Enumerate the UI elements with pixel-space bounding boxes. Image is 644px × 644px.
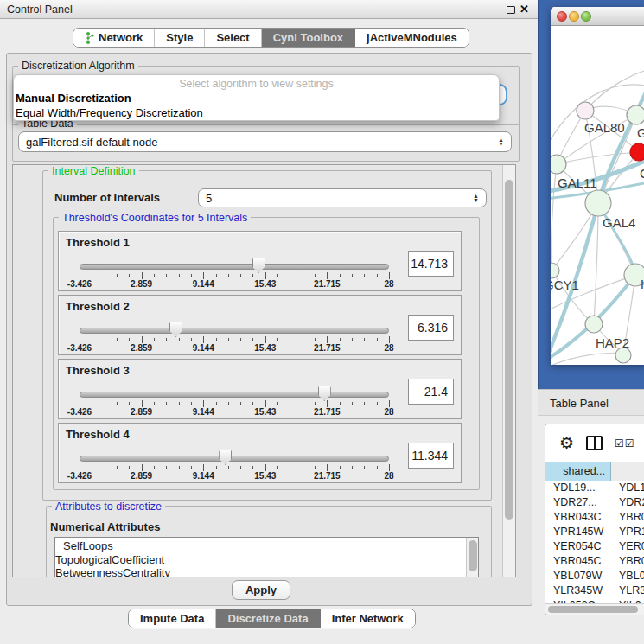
table-cell[interactable]: YER054C <box>545 540 611 555</box>
table-cell[interactable]: YDR2 <box>611 496 644 511</box>
column-header-name[interactable]: na <box>611 462 644 481</box>
close-icon[interactable]: ✕ <box>520 3 529 16</box>
gear-icon[interactable]: ⚙ <box>559 435 574 451</box>
select-columns-checkboxes-icon[interactable]: ☑☑ <box>615 437 635 450</box>
table-horizontal-scrollbar[interactable] <box>545 603 644 615</box>
algorithm-dropdown-popup: Select algorithm to view settings Manual… <box>13 74 500 121</box>
table-panel-titlebar[interactable]: Table Panel <box>538 389 644 416</box>
columns-icon[interactable] <box>586 436 603 450</box>
settings-scrollbar[interactable] <box>502 165 515 577</box>
network-canvas[interactable]: GAL80 GA GAL11 C GAL4 GCY1 H HAP2 <box>551 26 644 365</box>
table-cell[interactable]: YBL079W <box>545 570 611 584</box>
table-cell[interactable]: YBR043C <box>545 511 611 526</box>
table-row[interactable]: YBR043CYBR0 <box>545 511 644 526</box>
threshold-2-slider-thumb[interactable] <box>169 322 182 337</box>
tab-jactivemnodules[interactable]: jActiveMNodules <box>355 29 469 47</box>
tab-discretize-data[interactable]: Discretize Data <box>216 609 320 628</box>
list-item[interactable]: BetweennessCentrality <box>55 566 478 577</box>
table-panel-title: Table Panel <box>550 397 609 410</box>
table-row[interactable]: YDL19...YDL1 <box>545 481 644 496</box>
node-hap2[interactable] <box>585 316 603 333</box>
network-window[interactable]: GAL80 GA GAL11 C GAL4 GCY1 H HAP2 <box>551 7 644 365</box>
table-cell[interactable]: YPR1 <box>611 526 644 540</box>
node-top-right[interactable] <box>627 105 644 124</box>
threshold-1-slider-thumb[interactable] <box>252 258 265 273</box>
tab-discretize-data-label: Discretize Data <box>227 612 308 625</box>
tab-cyni-toolbox[interactable]: Cyni Toolbox <box>262 29 355 47</box>
slider-tick-labels: -3.4262.8599.14415.4321.71528 <box>80 279 389 290</box>
list-item[interactable]: TopologicalCoefficient <box>55 553 478 566</box>
threshold-4-value-field[interactable]: 11.344 <box>408 443 454 469</box>
number-of-intervals-value: 5 <box>206 192 212 205</box>
table-cell[interactable]: YBR0 <box>611 511 644 526</box>
scrollbar-thumb[interactable] <box>505 180 513 520</box>
threshold-3-slider-track[interactable] <box>80 392 389 398</box>
threshold-3-value-field[interactable]: 21.4 <box>408 379 454 405</box>
tab-jactivemnodules-label: jActiveMNodules <box>367 31 457 44</box>
node-gal4[interactable] <box>585 190 611 216</box>
dropdown-item-manual-discretization[interactable]: Manual Discretization <box>16 92 131 105</box>
tick-label: -3.426 <box>67 343 92 353</box>
node-selected-red[interactable] <box>630 143 644 161</box>
node-label-gal11: GAL11 <box>558 175 597 190</box>
list-scrollbar[interactable] <box>466 538 478 577</box>
float-window-icon[interactable] <box>507 6 515 14</box>
combo-spinner-icon: ▲▼ <box>473 194 479 202</box>
table-cell[interactable]: YBR0 <box>611 555 644 570</box>
apply-button[interactable]: Apply <box>232 580 290 600</box>
scrollbar-thumb[interactable] <box>548 606 638 613</box>
number-of-intervals-combobox[interactable]: 5 ▲▼ <box>198 188 487 207</box>
slider-tick-labels: -3.4262.8599.14415.4321.71528 <box>80 407 389 418</box>
table-data-combobox[interactable]: galFiltered.sif default node ▲▼ <box>18 131 512 152</box>
threshold-2-slider-track[interactable] <box>80 328 389 334</box>
tick-label: 21.715 <box>314 471 341 481</box>
table-row[interactable]: YDR27...YDR2 <box>545 496 644 511</box>
node-table: shared... na YDL19...YDL1YDR27...YDR2YBR… <box>545 462 644 614</box>
tick-label: 9.144 <box>193 471 214 481</box>
node-gcy1[interactable] <box>551 263 559 278</box>
zoom-traffic-light-icon[interactable] <box>581 11 591 22</box>
combo-spinner-icon: ▲▼ <box>498 137 504 146</box>
table-row[interactable]: YBL079WYBL0 <box>545 570 644 584</box>
node-gal11[interactable] <box>551 155 566 174</box>
tick-label: 28 <box>384 279 393 289</box>
table-cell[interactable]: YBR045C <box>545 555 611 570</box>
table-cell[interactable]: YDR27... <box>545 496 611 511</box>
dropdown-item-equal-width[interactable]: Equal Width/Frequency Discretization <box>16 106 203 119</box>
threshold-1-slider-track[interactable] <box>80 264 389 270</box>
tick-label: -3.426 <box>67 471 92 481</box>
table-row[interactable]: YPR145WYPR1 <box>545 526 644 540</box>
table-body: YDL19...YDL1YDR27...YDR2YBR043CYBR0YPR14… <box>545 481 644 614</box>
node-label-h: H <box>641 277 644 291</box>
control-panel-titlebar: Control Panel <box>0 0 538 19</box>
tab-select[interactable]: Select <box>205 29 261 47</box>
table-cell[interactable]: YER0 <box>611 540 644 555</box>
numerical-attributes-list[interactable]: SelfLoops TopologicalCoefficient Between… <box>54 537 479 577</box>
node-gal80[interactable] <box>577 102 594 119</box>
list-item[interactable]: SelfLoops <box>55 538 478 553</box>
threshold-4-slider-track[interactable] <box>80 456 389 462</box>
tick-label: 15.43 <box>254 471 276 481</box>
table-cell[interactable]: YDL19... <box>545 481 611 496</box>
tab-style[interactable]: Style <box>155 29 205 47</box>
minimize-traffic-light-icon[interactable] <box>569 11 579 22</box>
threshold-4-slider-thumb[interactable] <box>219 450 232 465</box>
tab-infer-network[interactable]: Infer Network <box>321 609 415 628</box>
table-cell[interactable]: YLR345W <box>545 584 611 599</box>
table-cell[interactable]: YPR145W <box>545 526 611 540</box>
tab-network[interactable]: Network <box>73 29 155 47</box>
threshold-3-slider-thumb[interactable] <box>318 386 331 401</box>
node-label-gal80: GAL80 <box>584 120 625 135</box>
table-cell[interactable]: YLR3 <box>611 584 644 599</box>
node-label-c: C <box>640 166 644 181</box>
threshold-2-value-field[interactable]: 6.316 <box>408 315 454 341</box>
threshold-1-value-field[interactable]: 14.713 <box>408 251 454 277</box>
close-traffic-light-icon[interactable] <box>557 11 567 22</box>
column-header-shared-name[interactable]: shared... <box>545 462 611 481</box>
table-cell[interactable]: YBL0 <box>611 570 644 584</box>
tab-impute-data[interactable]: Impute Data <box>129 609 216 628</box>
table-row[interactable]: YLR345WYLR3 <box>545 584 644 599</box>
table-row[interactable]: YER054CYER0 <box>545 540 644 555</box>
table-cell[interactable]: YDL1 <box>611 481 644 496</box>
table-row[interactable]: YBR045CYBR0 <box>545 555 644 570</box>
